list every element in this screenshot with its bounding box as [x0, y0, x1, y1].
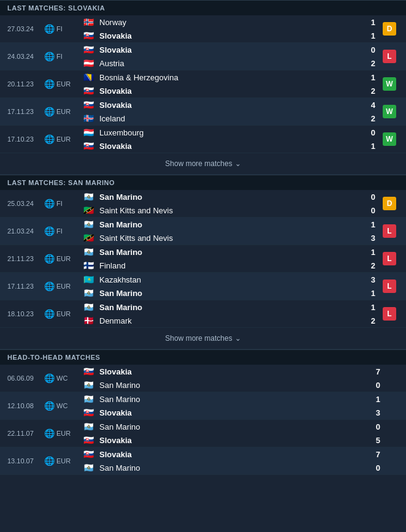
show-more-button[interactable]: Show more matches ⌄ — [0, 153, 406, 175]
team-flag: 🇸🇰 — [83, 31, 96, 40]
team-score: 1 — [366, 395, 380, 404]
team-name: Iceland — [99, 114, 361, 123]
team-name: Slovakia — [99, 142, 361, 151]
chevron-down-icon: ⌄ — [235, 159, 241, 168]
competition-label: EUR — [56, 135, 71, 143]
team-name: Slovakia — [99, 367, 366, 376]
team-score: 1 — [361, 248, 375, 257]
result-badge: D — [383, 22, 396, 36]
team-flag: 🇸🇰 — [83, 367, 96, 376]
team-name: Slovakia — [99, 101, 361, 110]
team-row: 🇰🇳 Saint Kitts and Nevis 3 — [81, 231, 383, 245]
team-row: 🇸🇲 San Marino 0 — [81, 190, 383, 203]
match-row: 22.11.07 🌐 EUR 🇸🇲 San Marino 0 — [0, 420, 406, 447]
team-row: 🇧🇦 Bosnia & Herzegovina 1 — [81, 70, 383, 84]
team-name: Slovakia — [99, 31, 361, 40]
match-row: 06.06.09 🌐 WC 🇸🇰 Slovakia 7 — [0, 365, 406, 392]
team-row: 🇸🇰 Slovakia 1 — [81, 139, 383, 153]
result-block: W — [383, 70, 406, 97]
match-competition: 🌐 EUR — [44, 456, 79, 466]
competition-flag: 🌐 — [44, 281, 55, 291]
competition-label: FI — [56, 53, 63, 60]
match-row: 13.10.07 🌐 EUR 🇸🇰 Slovakia 7 — [0, 447, 406, 475]
team-name: Norway — [99, 18, 361, 27]
match-competition: 🌐 EUR — [44, 281, 79, 291]
team-flag: 🇸🇰 — [83, 100, 96, 110]
team-name: Kazakhstan — [99, 275, 361, 284]
match-date: 18.10.23 — [2, 310, 44, 317]
match-date: 17.11.23 — [2, 283, 44, 290]
team-score: 1 — [361, 289, 375, 298]
teams-block: 🇸🇲 San Marino 1 🇰🇳 Saint Kitts and Nevis… — [81, 218, 383, 245]
team-flag: 🇸🇲 — [83, 192, 96, 202]
team-score: 1 — [361, 73, 375, 82]
competition-flag: 🌐 — [44, 254, 55, 264]
match-competition: 🌐 FI — [44, 51, 79, 61]
match-competition: 🌐 FI — [44, 226, 79, 236]
team-flag: 🇸🇰 — [83, 86, 96, 96]
team-row: 🇫🇮 Finland 2 — [81, 259, 383, 272]
team-score: 0 — [361, 128, 375, 137]
team-name: San Marino — [99, 192, 361, 202]
show-more-button[interactable]: Show more matches ⌄ — [0, 328, 406, 349]
teams-block: 🇸🇰 Slovakia 7 🇸🇲 San Marino 0 — [81, 447, 388, 474]
competition-flag: 🌐 — [44, 24, 55, 34]
competition-flag: 🌐 — [44, 373, 55, 383]
result-badge: L — [383, 224, 396, 238]
teams-block: 🇸🇲 San Marino 0 🇰🇳 Saint Kitts and Nevis… — [81, 190, 383, 217]
team-name: Slovakia — [99, 436, 366, 445]
teams-block: 🇸🇰 Slovakia 7 🇸🇲 San Marino 0 — [81, 365, 388, 392]
result-badge: W — [383, 132, 396, 146]
team-score: 1 — [361, 18, 375, 27]
team-name: Slovakia — [99, 86, 361, 96]
result-block: D — [383, 190, 406, 217]
team-name: Denmark — [99, 316, 361, 325]
competition-flag: 🌐 — [44, 107, 55, 116]
team-row: 🇸🇲 San Marino 1 — [81, 286, 383, 300]
team-flag: 🇸🇲 — [83, 219, 96, 229]
competition-flag: 🌐 — [44, 79, 55, 89]
result-block: W — [383, 126, 406, 153]
match-date: 20.11.23 — [2, 80, 44, 88]
competition-label: WC — [56, 374, 67, 382]
team-row: 🇸🇲 San Marino 1 — [81, 392, 388, 406]
team-row: 🇸🇲 San Marino 0 — [81, 420, 388, 433]
team-row: 🇰🇳 Saint Kitts and Nevis 0 — [81, 203, 383, 217]
match-row: 21.11.23 🌐 EUR 🇸🇲 San Marino 1 — [0, 245, 406, 273]
match-competition: 🌐 EUR — [44, 254, 79, 264]
team-flag: 🇱🇺 — [83, 127, 96, 137]
result-badge: W — [383, 77, 396, 91]
result-badge: L — [383, 252, 396, 265]
teams-block: 🇸🇲 San Marino 0 🇸🇰 Slovakia 5 — [81, 420, 388, 447]
result-block: L — [383, 245, 406, 272]
match-competition: 🌐 EUR — [44, 428, 79, 438]
team-score: 0 — [366, 463, 380, 473]
team-flag: 🇸🇲 — [83, 247, 96, 257]
team-flag: 🇸🇰 — [83, 449, 96, 459]
team-row: 🇸🇰 Slovakia 4 — [81, 98, 383, 112]
match-date: 06.06.09 — [2, 374, 44, 382]
section-header: LAST MATCHES: SLOVAKIA — [0, 0, 406, 15]
team-score: 0 — [366, 422, 380, 431]
match-competition: 🌐 FI — [44, 24, 79, 34]
team-flag: 🇩🇰 — [83, 316, 96, 325]
team-row: 🇸🇲 San Marino 0 — [81, 461, 388, 474]
team-score: 2 — [361, 261, 375, 270]
team-score: 0 — [366, 381, 380, 390]
team-score: 0 — [361, 192, 375, 202]
competition-label: FI — [56, 227, 63, 235]
team-score: 3 — [361, 234, 375, 243]
team-flag: 🇸🇲 — [83, 394, 96, 404]
teams-block: 🇰🇿 Kazakhstan 3 🇸🇲 San Marino 1 — [81, 273, 383, 300]
team-score: 2 — [361, 114, 375, 123]
team-flag: 🇰🇿 — [83, 275, 96, 284]
team-score: 1 — [361, 142, 375, 151]
team-name: San Marino — [99, 395, 366, 404]
teams-block: 🇳🇴 Norway 1 🇸🇰 Slovakia 1 — [81, 15, 383, 42]
match-date: 21.03.24 — [2, 227, 44, 235]
team-score: 1 — [361, 220, 375, 229]
competition-flag: 🌐 — [44, 456, 55, 466]
team-score: 2 — [361, 59, 375, 68]
match-date: 13.10.07 — [2, 457, 44, 465]
team-score: 1 — [361, 31, 375, 40]
